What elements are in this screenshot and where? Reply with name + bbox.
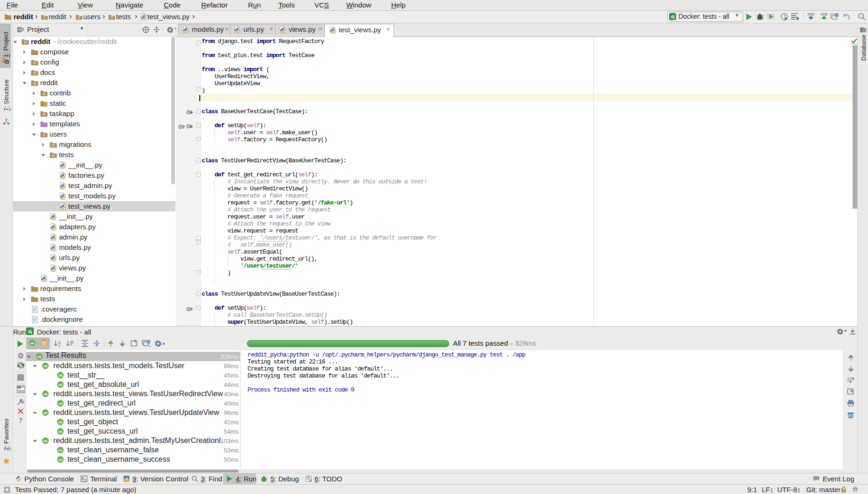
svg-text:VCS: VCS: [821, 13, 828, 16]
svg-text:z: z: [58, 343, 61, 347]
svg-text:dj: dj: [28, 329, 32, 334]
svg-text:VCS: VCS: [808, 13, 815, 16]
svg-text:dj: dj: [671, 15, 675, 19]
svg-text:?: ?: [19, 416, 22, 424]
